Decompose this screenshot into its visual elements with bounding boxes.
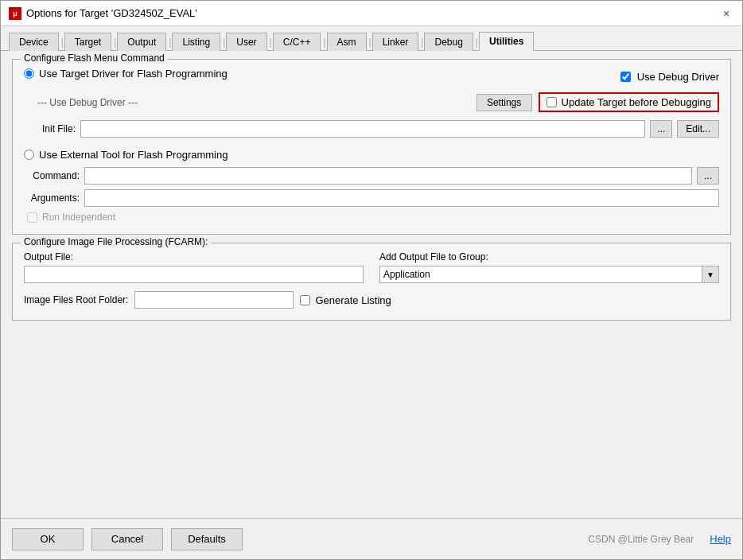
- image-root-row: Image Files Root Folder: Generate Listin…: [24, 291, 719, 309]
- title-bar-left: μ Options for Target 'GD32450Z_EVAL': [9, 7, 197, 20]
- generate-listing-checkbox[interactable]: [300, 295, 310, 305]
- command-row: Command: ...: [24, 167, 719, 185]
- tab-utilities[interactable]: Utilities: [479, 32, 534, 51]
- window-title: Options for Target 'GD32450Z_EVAL': [26, 7, 197, 19]
- svg-text:μ: μ: [13, 10, 18, 18]
- use-external-tool-label: Use External Tool for Flash Programming: [39, 149, 228, 161]
- arguments-input[interactable]: [84, 189, 719, 207]
- tab-user[interactable]: User: [226, 33, 266, 51]
- command-input[interactable]: [84, 167, 692, 185]
- settings-right: Settings Update Target before Debugging: [477, 92, 719, 112]
- tabs-bar: Device | Target | Output | Listing | Use…: [1, 26, 742, 51]
- fcarm-right: Add Output File to Group: ▼: [379, 251, 719, 283]
- settings-button[interactable]: Settings: [477, 94, 532, 111]
- help-link[interactable]: Help: [710, 533, 731, 545]
- use-debug-driver-checkbox[interactable]: [620, 72, 631, 82]
- use-target-driver-row: Use Target Driver for Flash Programming: [24, 68, 228, 80]
- update-target-checkbox[interactable]: [547, 97, 557, 107]
- command-browse-button[interactable]: ...: [697, 167, 719, 185]
- init-file-input[interactable]: [80, 120, 645, 138]
- app-icon: μ: [9, 7, 21, 20]
- image-root-input[interactable]: [134, 291, 294, 309]
- init-file-label: Init File:: [24, 123, 76, 134]
- cancel-button[interactable]: Cancel: [91, 528, 163, 550]
- use-target-driver-radio[interactable]: [24, 68, 34, 79]
- init-file-browse-button[interactable]: ...: [650, 120, 672, 138]
- fcarm-title: Configure Image File Processing (FCARM):: [21, 236, 211, 247]
- settings-row: --- Use Debug Driver --- Settings Update…: [24, 92, 719, 112]
- tab-debug[interactable]: Debug: [424, 33, 473, 51]
- ok-button[interactable]: OK: [12, 528, 84, 550]
- fcarm-group: Configure Image File Processing (FCARM):…: [12, 243, 731, 321]
- defaults-button[interactable]: Defaults: [171, 528, 243, 550]
- footer-buttons: OK Cancel Defaults: [12, 528, 243, 550]
- group-dropdown-input[interactable]: [379, 266, 702, 283]
- footer-right: CSDN @Little Grey Bear Help: [588, 533, 731, 545]
- tab-target[interactable]: Target: [64, 33, 111, 51]
- group-dropdown-button[interactable]: ▼: [702, 266, 719, 283]
- update-target-container: Update Target before Debugging: [539, 92, 719, 112]
- image-root-label: Image Files Root Folder:: [24, 294, 128, 305]
- group-dropdown-row: ▼: [379, 266, 719, 283]
- generate-listing-row: Generate Listing: [300, 294, 391, 306]
- tab-output[interactable]: Output: [117, 33, 166, 51]
- command-label: Command:: [24, 170, 80, 181]
- watermark: CSDN @Little Grey Bear: [588, 534, 694, 545]
- flash-menu-group: Configure Flash Menu Command Use Target …: [12, 59, 731, 235]
- flash-menu-title: Configure Flash Menu Command: [21, 52, 168, 64]
- tab-linker[interactable]: Linker: [372, 33, 419, 51]
- tab-cpp[interactable]: C/C++: [273, 33, 321, 51]
- add-output-label: Add Output File to Group:: [379, 251, 719, 262]
- update-target-label: Update Target before Debugging: [562, 96, 711, 108]
- generate-listing-label: Generate Listing: [315, 294, 391, 306]
- init-file-row: Init File: ... Edit...: [24, 120, 719, 138]
- init-file-edit-button[interactable]: Edit...: [677, 120, 719, 138]
- tab-device[interactable]: Device: [9, 33, 59, 51]
- arguments-row: Arguments:: [24, 189, 719, 207]
- footer: OK Cancel Defaults CSDN @Little Grey Bea…: [1, 518, 742, 559]
- main-content: Configure Flash Menu Command Use Target …: [1, 51, 742, 518]
- fcarm-left: Output File:: [24, 251, 364, 283]
- run-independent-label: Run Independent: [42, 212, 115, 223]
- use-debug-driver-label: Use Debug Driver: [637, 71, 719, 83]
- arguments-label: Arguments:: [24, 192, 80, 204]
- run-independent-checkbox[interactable]: [27, 212, 37, 223]
- fcarm-top: Output File: Add Output File to Group: ▼: [24, 251, 719, 283]
- debug-driver-label: --- Use Debug Driver ---: [24, 97, 151, 108]
- output-file-input[interactable]: [24, 266, 364, 283]
- use-external-tool-radio[interactable]: [24, 150, 34, 160]
- top-row: Use Target Driver for Flash Programming …: [24, 68, 719, 86]
- use-debug-driver-container: Use Debug Driver: [620, 71, 719, 83]
- output-file-label: Output File:: [24, 251, 364, 262]
- close-button[interactable]: ×: [718, 6, 734, 21]
- run-independent-row: Run Independent: [24, 212, 719, 223]
- title-bar: μ Options for Target 'GD32450Z_EVAL' ×: [1, 1, 742, 26]
- use-external-tool-row: Use External Tool for Flash Programming: [24, 144, 719, 161]
- main-window: μ Options for Target 'GD32450Z_EVAL' × D…: [0, 0, 743, 560]
- use-target-driver-label: Use Target Driver for Flash Programming: [39, 68, 228, 80]
- tab-asm[interactable]: Asm: [327, 33, 367, 51]
- tab-listing[interactable]: Listing: [172, 33, 220, 51]
